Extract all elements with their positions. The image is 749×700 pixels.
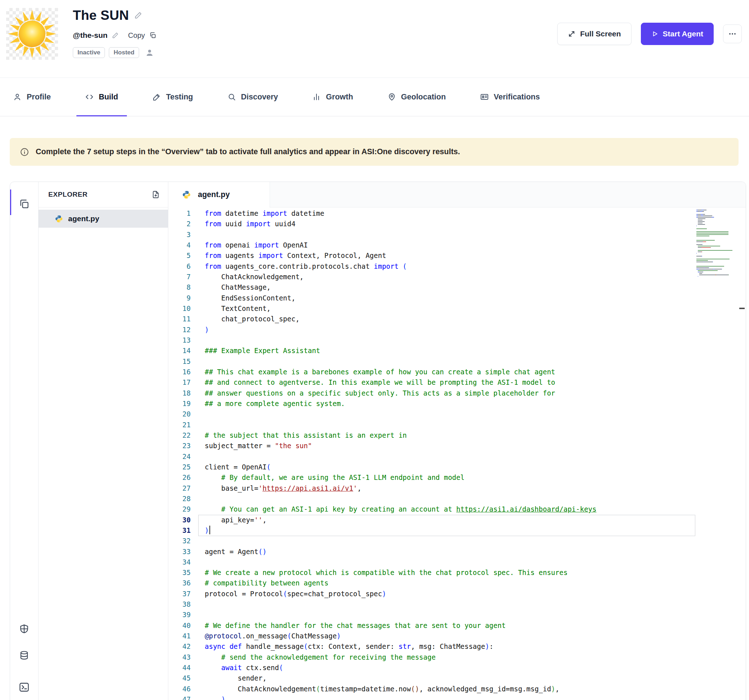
line-number[interactable]: 33 [168,546,191,557]
code-line[interactable]: ) [205,325,692,335]
code-line[interactable]: # compatibility between agents [205,578,692,588]
line-number[interactable]: 3 [168,229,191,240]
code-line[interactable] [205,409,692,419]
code-line[interactable]: ## answer questions on a specific subjec… [205,388,692,398]
code-line[interactable]: client = OpenAI( [205,462,692,472]
code-line[interactable]: from uagents import Context, Protocol, A… [205,250,692,261]
code-line[interactable]: api_key='', [205,515,692,525]
full-screen-button[interactable]: Full Screen [557,23,631,45]
code-line[interactable] [205,536,692,546]
code-line[interactable]: ChatAcknowledgement, [205,271,692,282]
line-number[interactable]: 19 [168,398,191,409]
explorer-file-agent-py[interactable]: agent.py [38,210,168,228]
code-line[interactable]: from datetime import datetime [205,208,692,219]
code-line[interactable]: ChatAcknowledgement(timestamp=datetime.n… [205,684,692,694]
code-line[interactable] [205,420,692,430]
line-number[interactable]: 7 [168,271,191,282]
line-number[interactable]: 4 [168,240,191,250]
line-number[interactable]: 42 [168,641,191,652]
editor-tab-agent-py[interactable]: agent.py [168,182,270,207]
tab-geolocation[interactable]: Geolocation [387,78,446,116]
tab-profile[interactable]: Profile [13,78,51,116]
line-number[interactable]: 10 [168,303,191,314]
code-line[interactable]: subject_matter = "the sun" [205,441,692,451]
code-line[interactable]: await ctx.send( [205,662,692,673]
line-number[interactable]: 2 [168,219,191,229]
line-number[interactable]: 5 [168,250,191,261]
line-number[interactable]: 34 [168,557,191,567]
line-number[interactable]: 8 [168,282,191,293]
code-line[interactable]: # the subject that this assistant is an … [205,430,692,441]
line-number[interactable]: 43 [168,652,191,662]
line-number[interactable]: 15 [168,356,191,367]
line-number[interactable]: 11 [168,314,191,324]
code-line[interactable]: # You can get an ASI-1 api key by creati… [205,504,692,514]
code-line[interactable] [205,557,692,567]
code-line[interactable] [205,335,692,346]
code-line[interactable]: ) [205,694,692,700]
line-number[interactable]: 9 [168,293,191,303]
copy-label[interactable]: Copy [128,31,145,40]
code-line[interactable] [205,451,692,462]
line-number[interactable]: 24 [168,451,191,462]
more-button[interactable] [723,24,742,43]
code-line[interactable]: # send the acknowledgement for receiving… [205,652,692,662]
tab-discovery[interactable]: Discovery [228,78,278,116]
code-area[interactable]: 1234567891011121314151617181920212223242… [168,207,746,700]
line-number[interactable]: 20 [168,409,191,419]
line-number[interactable]: 21 [168,420,191,430]
line-number[interactable]: 30 [168,515,191,525]
line-number[interactable]: 35 [168,567,191,578]
terminal-icon[interactable] [19,682,30,693]
copy-icon[interactable] [149,32,156,39]
code-line[interactable]: TextContent, [205,303,692,314]
line-number[interactable]: 13 [168,335,191,346]
code-line[interactable]: ChatMessage, [205,282,692,293]
new-file-icon[interactable] [151,190,160,199]
line-number[interactable]: 45 [168,673,191,683]
code-line[interactable]: agent = Agent() [205,546,692,557]
code-line[interactable]: ## and connect to agentverse. In this ex… [205,377,692,387]
line-number[interactable]: 39 [168,610,191,620]
line-number[interactable]: 40 [168,621,191,631]
line-number[interactable]: 25 [168,462,191,472]
tab-build[interactable]: Build [85,78,118,116]
code-line[interactable]: # We define the handler for the chat mes… [205,621,692,631]
code-line[interactable]: # We create a new protocol which is comp… [205,567,692,578]
line-number[interactable]: 36 [168,578,191,588]
line-number[interactable]: 38 [168,599,191,610]
code-line[interactable]: from uuid import uuid4 [205,219,692,229]
code-line[interactable] [205,599,692,610]
line-number[interactable]: 23 [168,441,191,451]
shield-icon[interactable] [19,624,29,634]
code-line[interactable]: protocol = Protocol(spec=chat_protocol_s… [205,589,692,599]
minimap[interactable] [696,210,738,278]
edit-handle-icon[interactable] [112,32,119,39]
code-line[interactable]: @protocol.on_message(ChatMessage) [205,631,692,641]
line-number[interactable]: 26 [168,472,191,483]
code-line[interactable]: async def handle_message(ctx: Context, s… [205,641,692,652]
line-number[interactable]: 47 [168,694,191,700]
code-line[interactable]: ) [205,525,692,536]
code-line[interactable]: ### Example Expert Assistant [205,346,692,356]
code-line[interactable]: base_url='https://api.asi1.ai/v1', [205,483,692,494]
line-number[interactable]: 14 [168,346,191,356]
database-icon[interactable] [19,650,29,661]
code-line[interactable] [205,494,692,504]
line-number[interactable]: 18 [168,388,191,398]
line-number[interactable]: 31 [168,525,191,536]
line-number[interactable]: 46 [168,684,191,694]
line-number[interactable]: 17 [168,377,191,387]
code-line[interactable]: EndSessionContent, [205,293,692,303]
line-number[interactable]: 28 [168,494,191,504]
tab-verifications[interactable]: Verifications [480,78,540,116]
line-number[interactable]: 6 [168,261,191,271]
line-number[interactable]: 44 [168,662,191,673]
code-line[interactable]: ## This chat example is a barebones exam… [205,367,692,377]
code-line[interactable]: chat_protocol_spec, [205,314,692,324]
code-line[interactable]: # By default, we are using the ASI-1 LLM… [205,472,692,483]
tab-growth[interactable]: Growth [312,78,353,116]
line-number[interactable]: 16 [168,367,191,377]
start-agent-button[interactable]: Start Agent [641,23,714,45]
code-line[interactable] [205,229,692,240]
